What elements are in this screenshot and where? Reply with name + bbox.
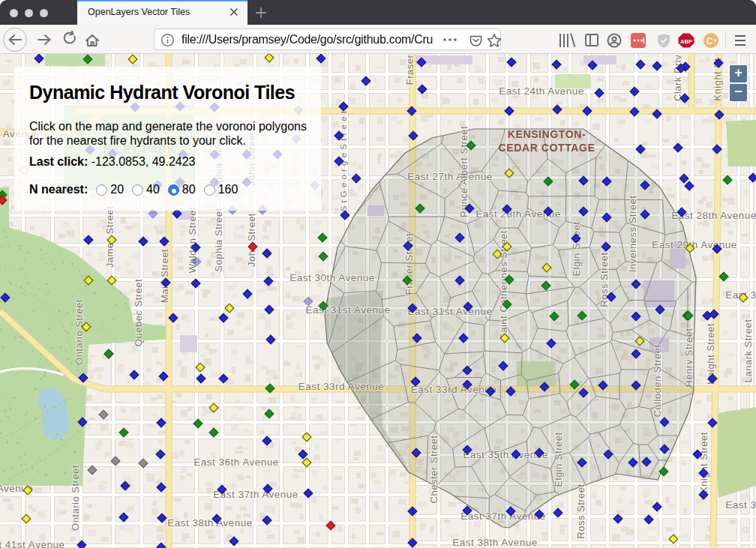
svg-text:East 24th Avenue: East 24th Avenue: [499, 85, 584, 97]
svg-text:C: C: [706, 36, 713, 46]
svg-text:Main Street: Main Street: [159, 249, 170, 303]
svg-text:Quebec Street: Quebec Street: [133, 279, 144, 346]
svg-text:East 37th Avenue: East 37th Avenue: [460, 511, 546, 522]
svg-text:Fraser Street: Fraser Street: [404, 54, 416, 85]
svg-text:Chester Street: Chester Street: [428, 436, 440, 504]
svg-text:Henry Street: Henry Street: [683, 328, 694, 388]
svg-text:Ross Street: Ross Street: [575, 484, 586, 538]
svg-text:East 31st Avenue: East 31st Avenue: [408, 306, 493, 317]
svg-text:Ontario Street: Ontario Street: [74, 299, 85, 365]
svg-text:John Street: John Street: [246, 213, 257, 267]
svg-text:Prince Albert Street: Prince Albert Street: [458, 126, 470, 217]
svg-text:East 33rd Avenue: East 33rd Avenue: [411, 384, 496, 395]
svg-text:Clark Drive: Clark Drive: [672, 54, 683, 101]
svg-text:Lanark Street: Lanark Street: [742, 319, 754, 383]
svg-text:East 33rd Avenue: East 33rd Avenue: [298, 381, 384, 392]
svg-text:East 35th Avenue: East 35th Avenue: [463, 449, 548, 460]
svg-text:East 27th Avenue: East 27th Avenue: [407, 171, 493, 182]
svg-text:East 3: East 3: [725, 499, 756, 511]
svg-text:Culloden Street: Culloden Street: [652, 344, 663, 417]
svg-text:Inverness Street: Inverness Street: [627, 196, 638, 273]
svg-text:East 29th Avenue: East 29th Avenue: [652, 239, 737, 250]
svg-text:Elgin Street: Elgin Street: [571, 221, 582, 276]
svg-text:KENSINGTON-: KENSINGTON-: [508, 128, 586, 140]
svg-text:Knight Street: Knight Street: [705, 323, 716, 385]
svg-text:East 36th Avenue: East 36th Avenue: [194, 457, 279, 468]
svg-text:ABP: ABP: [680, 38, 692, 45]
svg-text:East 41st Avenue: East 41st Avenue: [0, 539, 64, 548]
svg-text:Ross Street: Ross Street: [598, 252, 610, 307]
svg-text:Ontario Street: Ontario Street: [70, 465, 81, 531]
svg-text:CEDAR COTTAGE: CEDAR COTTAGE: [499, 142, 596, 154]
svg-text:Knight Street: Knight Street: [698, 432, 710, 493]
svg-text:Elgin Street: Elgin Street: [553, 432, 564, 487]
svg-text:East 38th Avenue: East 38th Avenue: [452, 537, 538, 548]
svg-text:Sophia Street: Sophia Street: [213, 208, 224, 271]
svg-text:East 30th Avenue: East 30th Avenue: [290, 272, 375, 283]
svg-text:East 38th Avenue: East 38th Avenue: [167, 517, 253, 529]
